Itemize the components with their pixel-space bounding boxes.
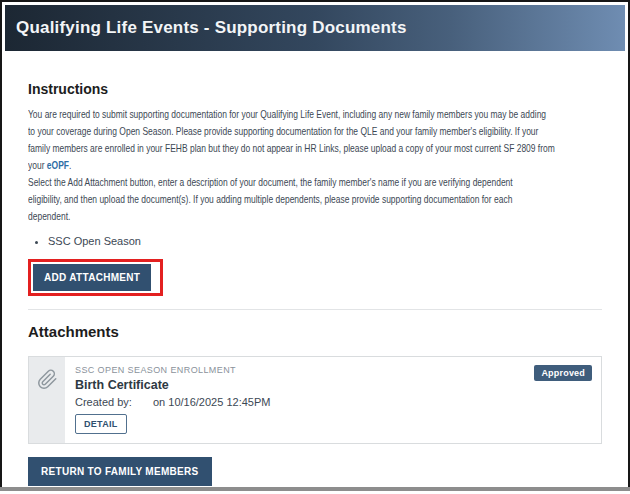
attachment-meta: Created by:on 10/16/2025 12:45PM	[75, 396, 589, 408]
detail-button[interactable]: DETAIL	[75, 414, 127, 434]
page-title: Qualifying Life Events - Supporting Docu…	[5, 5, 625, 51]
instructions-line: your eOPF.	[28, 157, 470, 174]
instructions-text: You are required to submit supporting do…	[28, 106, 602, 225]
qle-list-item: SSC Open Season	[48, 234, 602, 249]
attachments-heading: Attachments	[28, 323, 602, 340]
add-attachment-button[interactable]: ADD ATTACHMENT	[33, 264, 151, 291]
window-bottom-edge	[0, 487, 630, 491]
instructions-line: dependent.	[28, 208, 470, 225]
attachment-details: SSC OPEN SEASON ENROLLMENT Birth Certifi…	[65, 357, 601, 443]
section-divider	[28, 309, 602, 310]
instructions-line: You are required to submit supporting do…	[28, 106, 470, 123]
created-by-label: Created by:	[75, 396, 153, 408]
status-badge: Approved	[534, 365, 592, 381]
instructions-line-text: .	[69, 159, 71, 171]
instructions-heading: Instructions	[28, 81, 602, 97]
instructions-line-text: your	[28, 159, 47, 171]
attachment-title: Birth Certificate	[75, 378, 589, 392]
attachment-category: SSC OPEN SEASON ENROLLMENT	[75, 365, 589, 375]
content-area: Instructions You are required to submit …	[2, 81, 628, 486]
instructions-line: to your coverage during Open Season. Ple…	[28, 123, 470, 140]
eopf-link[interactable]: eOPF	[47, 159, 69, 171]
attachment-icon-panel	[29, 357, 65, 443]
created-date: on 10/16/2025 12:45PM	[153, 396, 270, 408]
instructions-line: Select the Add Attachment button, enter …	[28, 174, 470, 191]
instructions-line: family members are enrolled in your FEHB…	[28, 140, 470, 157]
attachment-card: SSC OPEN SEASON ENROLLMENT Birth Certifi…	[28, 356, 602, 444]
return-to-family-members-button[interactable]: RETURN TO FAMILY MEMBERS	[28, 457, 212, 486]
paperclip-icon	[37, 369, 58, 390]
page-header: Qualifying Life Events - Supporting Docu…	[5, 5, 625, 51]
qle-list: SSC Open Season	[28, 234, 602, 249]
page: Qualifying Life Events - Supporting Docu…	[0, 0, 630, 494]
instructions-line: eligibility, and then upload the documen…	[28, 191, 470, 208]
annotation-highlight: ADD ATTACHMENT	[28, 259, 163, 296]
app-window: Qualifying Life Events - Supporting Docu…	[0, 0, 630, 488]
